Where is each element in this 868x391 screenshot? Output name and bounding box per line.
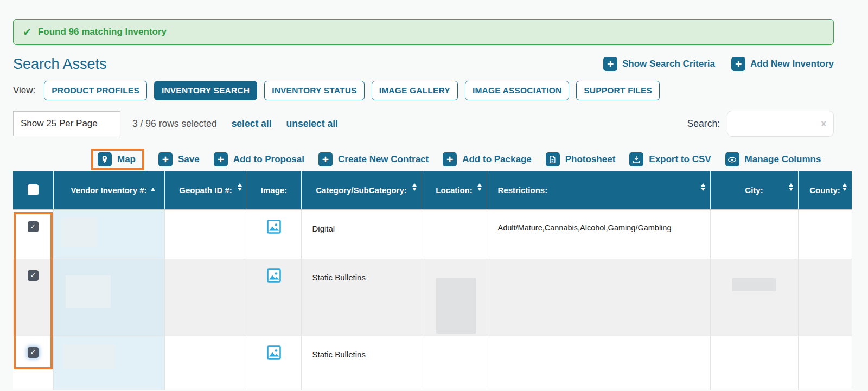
vendor-inventory-cell <box>53 336 164 389</box>
table-row: ✓ Static Bulletins <box>13 259 852 336</box>
image-cell <box>247 336 301 389</box>
city-cell <box>710 259 798 336</box>
image-icon[interactable] <box>267 268 281 283</box>
create-new-contract-button[interactable]: + Create New Contract <box>318 152 429 166</box>
add-to-proposal-label: Add to Proposal <box>233 154 304 165</box>
select-all-header-cell <box>13 171 53 209</box>
col-header-location[interactable]: Location: <box>422 171 487 209</box>
geopath-id-cell <box>164 336 247 389</box>
geopath-id-cell <box>164 259 247 336</box>
redacted-value <box>436 278 476 334</box>
redacted-value <box>66 275 111 308</box>
success-banner: ✔ Found 96 matching Inventory <box>13 19 834 45</box>
redacted-value <box>63 344 116 369</box>
col-header-city[interactable]: City: <box>710 171 798 209</box>
tab-image-association[interactable]: IMAGE ASSOCIATION <box>465 81 569 100</box>
image-cell <box>247 209 301 259</box>
col-header-category[interactable]: Category/SubCategory: <box>301 171 422 209</box>
plus-icon: + <box>158 152 173 166</box>
location-cell <box>422 336 487 389</box>
unselect-all-link[interactable]: unselect all <box>286 118 338 130</box>
select-all-link[interactable]: select all <box>232 118 272 130</box>
vendor-inventory-cell <box>53 389 164 390</box>
sort-icon[interactable] <box>412 183 417 191</box>
plus-icon: + <box>214 152 228 166</box>
col-header-restrictions[interactable]: Restrictions: <box>487 171 710 209</box>
view-tab-bar: View: PRODUCT PROFILES INVENTORY SEARCH … <box>13 80 868 101</box>
add-to-package-button[interactable]: + Add to Package <box>443 152 532 166</box>
export-to-csv-label: Export to CSV <box>649 154 711 165</box>
tab-image-gallery[interactable]: IMAGE GALLERY <box>372 81 458 100</box>
tab-product-profiles[interactable]: PRODUCT PROFILES <box>44 81 147 100</box>
city-cell <box>710 336 798 389</box>
plus-icon: + <box>318 152 333 166</box>
show-search-criteria-button[interactable]: + Show Search Criteria <box>603 57 715 71</box>
restrictions-cell <box>487 259 710 336</box>
map-pin-icon <box>98 152 112 166</box>
sort-icon[interactable] <box>701 183 705 191</box>
header-actions: + Show Search Criteria + Add New Invento… <box>603 57 834 71</box>
save-button[interactable]: + Save <box>158 152 200 166</box>
tab-inventory-search[interactable]: INVENTORY SEARCH <box>154 81 257 100</box>
title-row: Search Assets + Show Search Criteria + A… <box>13 53 834 75</box>
download-icon <box>629 152 643 166</box>
tab-inventory-status[interactable]: INVENTORY STATUS <box>264 81 365 100</box>
select-all-checkbox[interactable] <box>28 184 39 195</box>
pdf-file-icon <box>546 152 560 166</box>
vendor-inventory-cell <box>53 209 164 259</box>
col-header-county[interactable]: County: <box>798 171 852 209</box>
check-icon: ✔ <box>23 26 31 39</box>
plus-icon: + <box>731 57 745 71</box>
row-checkbox-checked[interactable]: ✓ <box>28 221 39 232</box>
redacted-value <box>61 217 97 247</box>
row-select-cell: ✓ <box>13 336 53 389</box>
geopath-id-cell <box>164 209 247 259</box>
restrictions-cell: Adult/Mature,Cannabis,Alcohol,Gaming/Gam… <box>487 209 710 259</box>
sort-icon[interactable] <box>238 183 242 191</box>
col-header-geopath-id[interactable]: Geopath ID #: <box>164 171 247 209</box>
row-select-cell <box>13 389 53 390</box>
add-to-proposal-button[interactable]: + Add to Proposal <box>214 152 304 166</box>
clear-search-icon[interactable]: x <box>821 118 826 129</box>
page-title: Search Assets <box>13 56 107 73</box>
map-label: Map <box>117 154 136 165</box>
show-search-criteria-label: Show Search Criteria <box>622 59 715 69</box>
county-cell <box>798 259 852 336</box>
redacted-value <box>732 278 776 291</box>
row-select-cell: ✓ <box>13 259 53 336</box>
per-page-select[interactable]: Show 25 Per Page <box>13 111 120 136</box>
sort-icon[interactable] <box>843 183 847 191</box>
add-new-inventory-label: Add New Inventory <box>750 59 834 69</box>
table-row: ✓ Static Bulletins <box>13 336 852 389</box>
sort-icon[interactable] <box>477 183 482 191</box>
export-to-csv-button[interactable]: Export to CSV <box>629 152 711 166</box>
add-new-inventory-button[interactable]: + Add New Inventory <box>731 57 834 71</box>
image-icon[interactable] <box>267 220 281 234</box>
search-label: Search: <box>687 118 720 130</box>
image-icon[interactable] <box>267 345 281 360</box>
city-cell <box>710 209 798 259</box>
photosheet-button[interactable]: Photosheet <box>546 152 616 166</box>
map-button[interactable]: Map <box>91 149 144 170</box>
restrictions-cell <box>487 336 710 389</box>
create-new-contract-label: Create New Contract <box>338 154 429 165</box>
table-header-row: Vendor Inventory #: Geopath ID #: Image:… <box>13 171 852 209</box>
row-checkbox-checked[interactable]: ✓ <box>28 347 39 358</box>
save-label: Save <box>178 154 200 165</box>
eye-icon <box>725 152 739 166</box>
row-select-cell: ✓ <box>13 209 53 259</box>
view-label: View: <box>13 85 35 96</box>
plus-icon: + <box>603 57 617 71</box>
sort-asc-icon[interactable] <box>151 178 155 188</box>
search-input[interactable] <box>735 119 821 129</box>
sort-icon[interactable] <box>789 183 793 191</box>
manage-columns-button[interactable]: Manage Columns <box>725 152 821 166</box>
plus-icon: + <box>443 152 457 166</box>
row-checkbox-checked[interactable]: ✓ <box>28 270 39 281</box>
add-to-package-label: Add to Package <box>462 154 532 165</box>
county-cell <box>798 209 852 259</box>
col-header-vendor-inventory[interactable]: Vendor Inventory #: <box>53 171 164 209</box>
manage-columns-label: Manage Columns <box>745 154 821 165</box>
tab-support-files[interactable]: SUPPORT FILES <box>576 81 660 100</box>
col-header-image[interactable]: Image: <box>247 171 301 209</box>
